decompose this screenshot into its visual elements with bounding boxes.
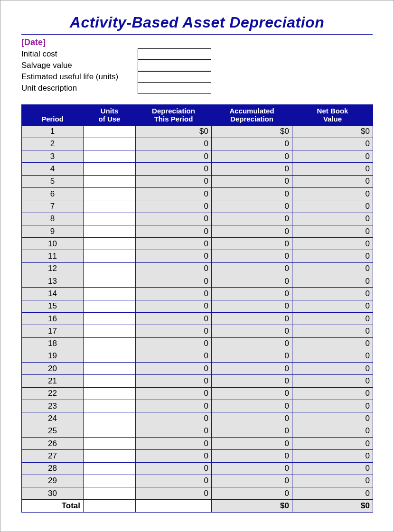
cell-units[interactable] (84, 475, 136, 487)
cell-units[interactable] (84, 175, 136, 187)
cell-netbook: 0 (292, 400, 373, 412)
table-row: 8000 (22, 213, 373, 225)
cell-depreciation: 0 (136, 163, 212, 175)
cell-depreciation: 0 (136, 187, 212, 200)
table-row: 26000 (22, 437, 373, 449)
cell-units[interactable] (84, 200, 136, 213)
cell-units[interactable] (84, 213, 136, 225)
cell-depreciation: 0 (136, 213, 212, 225)
cell-total-label: Total (22, 500, 84, 512)
cell-accumulated: 0 (212, 400, 292, 412)
cell-units[interactable] (84, 125, 136, 138)
cell-depreciation: 0 (136, 250, 212, 262)
cell-accumulated: 0 (212, 238, 292, 250)
cell-accumulated: 0 (212, 425, 292, 437)
cell-period: 23 (22, 400, 84, 412)
cell-units[interactable] (84, 462, 136, 475)
table-row: 6000 (22, 187, 373, 200)
cell-netbook: 0 (292, 425, 373, 437)
cell-accumulated: 0 (212, 300, 292, 312)
cell-accumulated: 0 (212, 138, 292, 150)
cell-units[interactable] (84, 337, 136, 350)
cell-period: 21 (22, 375, 84, 387)
table-row: 17000 (22, 325, 373, 337)
cell-period: 6 (22, 187, 84, 200)
cell-total-net: $0 (292, 500, 373, 512)
cell-depreciation: 0 (136, 225, 212, 237)
table-row: 18000 (22, 337, 373, 350)
cell-units[interactable] (84, 238, 136, 250)
cell-accumulated: 0 (212, 375, 292, 387)
cell-period: 27 (22, 450, 84, 462)
cell-units[interactable] (84, 300, 136, 312)
cell-netbook: 0 (292, 275, 373, 288)
cell-netbook: 0 (292, 225, 373, 237)
table-row: 23000 (22, 400, 373, 412)
cell-period: 9 (22, 225, 84, 237)
cell-accumulated: 0 (212, 175, 292, 187)
cell-units[interactable] (84, 437, 136, 449)
cell-depreciation: 0 (136, 312, 212, 325)
input-estimated-life[interactable] (138, 71, 211, 83)
cell-netbook: 0 (292, 312, 373, 325)
cell-period: 19 (22, 350, 84, 362)
cell-netbook: 0 (292, 262, 373, 275)
cell-depreciation: 0 (136, 387, 212, 400)
cell-depreciation: 0 (136, 325, 212, 337)
cell-units[interactable] (84, 187, 136, 200)
cell-units[interactable] (84, 363, 136, 375)
cell-accumulated: 0 (212, 437, 292, 449)
cell-units[interactable] (84, 225, 136, 237)
table-row: 5000 (22, 175, 373, 187)
cell-units[interactable] (84, 375, 136, 387)
cell-netbook: 0 (292, 412, 373, 425)
cell-netbook: 0 (292, 250, 373, 262)
input-salvage-value[interactable] (138, 60, 211, 71)
cell-netbook: 0 (292, 475, 373, 487)
cell-units[interactable] (84, 163, 136, 175)
table-row: 7000 (22, 200, 373, 213)
table-row: 3000 (22, 150, 373, 163)
cell-netbook: 0 (292, 200, 373, 213)
cell-depreciation: 0 (136, 262, 212, 275)
cell-units[interactable] (84, 138, 136, 150)
cell-units[interactable] (84, 325, 136, 337)
cell-netbook: 0 (292, 187, 373, 200)
cell-units[interactable] (84, 400, 136, 412)
cell-units[interactable] (84, 275, 136, 288)
cell-period: 25 (22, 425, 84, 437)
cell-units[interactable] (84, 387, 136, 400)
table-row: 4000 (22, 163, 373, 175)
cell-depreciation: $0 (136, 125, 212, 138)
cell-depreciation: 0 (136, 425, 212, 437)
cell-units[interactable] (84, 412, 136, 425)
cell-netbook: 0 (292, 163, 373, 175)
cell-depreciation: 0 (136, 238, 212, 250)
table-row: 25000 (22, 425, 373, 437)
input-initial-cost[interactable] (138, 48, 211, 60)
input-unit-description[interactable] (138, 83, 211, 94)
cell-units[interactable] (84, 450, 136, 462)
cell-depreciation: 0 (136, 275, 212, 288)
cell-units[interactable] (84, 350, 136, 362)
table-row: 16000 (22, 312, 373, 325)
table-row: 27000 (22, 450, 373, 462)
cell-units[interactable] (84, 288, 136, 300)
cell-units[interactable] (84, 262, 136, 275)
cell-units[interactable] (84, 487, 136, 500)
th-depreciation: DepreciationThis Period (136, 105, 212, 126)
table-row: 13000 (22, 275, 373, 288)
label-initial-cost: Initial cost (21, 48, 138, 60)
cell-accumulated: 0 (212, 200, 292, 213)
cell-units[interactable] (84, 425, 136, 437)
cell-units[interactable] (84, 312, 136, 325)
date-placeholder[interactable]: [Date] (21, 37, 373, 47)
table-row: 1$0$0$0 (22, 125, 373, 138)
cell-units[interactable] (84, 250, 136, 262)
cell-accumulated: 0 (212, 187, 292, 200)
table-row: 24000 (22, 412, 373, 425)
table-row: 29000 (22, 475, 373, 487)
cell-accumulated: 0 (212, 450, 292, 462)
cell-accumulated: 0 (212, 150, 292, 163)
cell-units[interactable] (84, 150, 136, 163)
